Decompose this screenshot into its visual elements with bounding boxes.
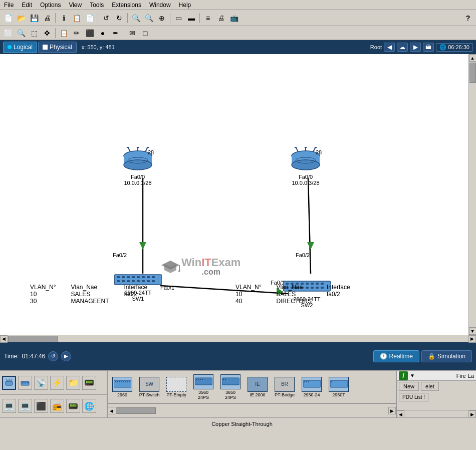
nav-forward-button[interactable]: ▶ <box>410 43 421 52</box>
device-ie2000[interactable]: IE IE 2000 <box>245 377 270 397</box>
rect-button[interactable]: ▭ <box>172 12 184 24</box>
print2-button[interactable]: 🖨 <box>215 12 227 24</box>
cat-laptop-button[interactable]: 💻 <box>18 399 32 413</box>
scroll-thumb-vertical[interactable] <box>469 63 476 83</box>
undo-button[interactable]: ↺ <box>100 12 112 24</box>
svg-rect-40 <box>142 280 145 282</box>
network-canvas[interactable]: 28 Fa0/0 10.0.0.1/28 28 Fa0/0 <box>0 54 468 335</box>
device-scroll-right[interactable]: ▶ <box>388 407 396 414</box>
menu-help[interactable]: Help <box>177 2 193 9</box>
select-button[interactable]: ⬜ <box>2 27 14 39</box>
device-2950-24[interactable]: 2950-24 <box>299 377 324 397</box>
oval-button[interactable]: ● <box>97 27 109 39</box>
cat-wan-button[interactable]: 📟 <box>82 376 96 390</box>
device-3560-24ps[interactable]: 356024PS <box>191 374 216 400</box>
zoom-in-button[interactable]: 🔍 <box>130 12 142 24</box>
pen-button[interactable]: ✒ <box>110 27 122 39</box>
horizontal-scrollbar[interactable]: ◀ ▶ <box>0 335 476 342</box>
help-button[interactable]: ? <box>462 12 474 24</box>
svg-rect-88 <box>200 379 201 380</box>
scroll-right-button[interactable]: ▶ <box>468 335 476 343</box>
sep7 <box>124 28 124 38</box>
cat-tablet-button[interactable]: 📟 <box>66 399 80 413</box>
nav-image-button[interactable]: 🏔 <box>423 43 434 52</box>
device-pt-switch[interactable]: SW PT-Switch <box>137 377 162 397</box>
pdu-scroll-left[interactable]: ◀ <box>397 410 404 418</box>
clipboard-button[interactable]: 📋 <box>71 12 83 24</box>
reset-time-button[interactable]: ↺ <box>48 351 58 361</box>
flag-button[interactable]: ◻ <box>139 27 151 39</box>
switch3560-icon <box>195 376 212 387</box>
info-icon-button[interactable]: i <box>399 371 408 380</box>
menu-view[interactable]: View <box>67 2 84 9</box>
scroll-left-button[interactable]: ◀ <box>0 335 8 343</box>
new-button[interactable]: 📄 <box>2 12 14 24</box>
main-canvas-container: 28 Fa0/0 10.0.0.1/28 28 Fa0/0 <box>0 54 476 335</box>
cat-routers-button[interactable] <box>2 376 16 390</box>
save-button[interactable]: 💾 <box>28 12 40 24</box>
vlan-left-col3: Interface fa0/2 <box>124 284 148 305</box>
menu-options[interactable]: Options <box>38 2 63 9</box>
scroll-up-button[interactable]: ▲ <box>469 54 477 62</box>
device-2960[interactable]: 2960 <box>110 377 135 397</box>
device-pt-bridge[interactable]: BR PT-Bridge <box>272 377 297 397</box>
nav-home-button[interactable]: ☁ <box>397 43 408 52</box>
nav-back-button[interactable]: ◀ <box>384 43 395 52</box>
scroll-down-button[interactable]: ▼ <box>469 327 477 335</box>
device-3650-24ps[interactable]: 365024PS <box>218 374 243 400</box>
rect3-button[interactable]: ⬛ <box>84 27 96 39</box>
cat-other-button[interactable]: 🌐 <box>82 399 96 413</box>
note-button[interactable]: 📋 <box>58 27 70 39</box>
rect2-button[interactable]: ▬ <box>185 12 197 24</box>
menu-edit[interactable]: Edit <box>20 2 34 9</box>
list-button[interactable]: ≡ <box>202 12 214 24</box>
coord-display: x: 550, y: 481 <box>82 44 115 50</box>
simulation-button[interactable]: 🔒 Simulation <box>421 350 472 362</box>
vertical-scrollbar[interactable]: ▲ ▼ <box>468 54 476 335</box>
cat-server-button[interactable]: ⬛ <box>34 399 48 413</box>
device-pt-empty-icon <box>166 377 186 392</box>
pdu-scroll: ◀ ▶ <box>397 410 476 417</box>
menu-tools[interactable]: Tools <box>88 2 106 9</box>
open-button[interactable]: 📂 <box>15 12 27 24</box>
delete-pdu-button[interactable]: elet <box>421 382 439 391</box>
router2[interactable]: 28 Fa0/0 10.0.0.3/28 <box>288 147 323 186</box>
new-pdu-button[interactable]: New <box>399 382 419 391</box>
zoom-fit-button[interactable]: ⊕ <box>156 12 168 24</box>
play-button[interactable]: ▶ <box>61 351 71 361</box>
pdu-scroll-right[interactable]: ▶ <box>468 410 476 418</box>
menu-file[interactable]: File <box>2 2 16 9</box>
menu-window[interactable]: Window <box>147 2 173 9</box>
cat-switches-button[interactable] <box>18 376 32 390</box>
vlan-right-r2-n: 40 <box>235 298 262 305</box>
device-scroll-left[interactable]: ◀ <box>108 407 115 414</box>
device-scroll-thumb[interactable] <box>116 407 156 414</box>
realtime-button[interactable]: 🕐 Realtime <box>373 350 419 362</box>
move-button[interactable]: ✥ <box>41 27 53 39</box>
tab-logical[interactable]: Logical <box>3 42 37 53</box>
cat-security-button[interactable]: 📁 <box>66 376 80 390</box>
lasso-button[interactable]: ⬚ <box>28 27 40 39</box>
router1[interactable]: 28 Fa0/0 10.0.0.1/28 <box>120 147 155 186</box>
cat-phone-button[interactable]: 📻 <box>50 399 64 413</box>
svg-rect-83 <box>127 381 128 382</box>
device-2950t[interactable]: 2950T <box>326 377 351 397</box>
cat-wireless-button[interactable]: ⚡ <box>50 376 64 390</box>
screen-button[interactable]: 📺 <box>228 12 240 24</box>
email-button[interactable]: ✉ <box>126 27 138 39</box>
search2-button[interactable]: 🔍 <box>15 27 27 39</box>
print-button[interactable]: 🖨 <box>41 12 53 24</box>
cat-pc-button[interactable]: 💻 <box>2 399 16 413</box>
tab-physical[interactable]: Physical <box>38 42 77 53</box>
menu-extensions[interactable]: Extensions <box>110 2 143 9</box>
info-button[interactable]: ℹ <box>58 12 70 24</box>
redo-button[interactable]: ↻ <box>113 12 125 24</box>
scroll-thumb-horizontal[interactable] <box>8 336 58 342</box>
copy-button[interactable]: 📄 <box>84 12 96 24</box>
cat-hubs-button[interactable]: 📡 <box>34 376 48 390</box>
device-pt-empty[interactable]: PT-Empty <box>164 377 189 397</box>
draw-button[interactable]: ✏ <box>71 27 83 39</box>
pdu-list-button[interactable]: PDU List ! <box>399 393 428 401</box>
zoom-out-button[interactable]: 🔍 <box>143 12 155 24</box>
pdu-dropdown[interactable]: ▼ <box>410 373 415 378</box>
